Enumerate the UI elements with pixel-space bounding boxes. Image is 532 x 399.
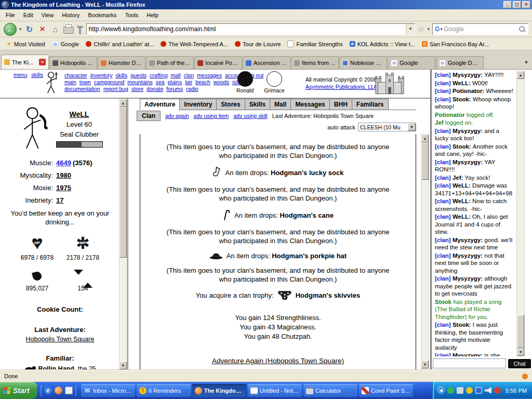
menu-item[interactable]: Help: [142, 10, 163, 20]
bookmark-item[interactable]: Google: [49, 39, 82, 48]
last-adventure-link[interactable]: Hobopolis Town Square: [3, 336, 117, 343]
nav-link[interactable]: quests: [130, 72, 147, 79]
bookmark-item[interactable]: Tour de Louvre: [232, 40, 283, 48]
adventure-again-link[interactable]: Adventure Again (Hobopolis Town Square): [147, 357, 409, 365]
minimize-button[interactable]: _: [503, 1, 512, 8]
maximize-button[interactable]: □: [513, 1, 521, 8]
home-button[interactable]: ⌂: [50, 25, 61, 34]
adv-again-link[interactable]: adv again: [165, 113, 189, 119]
bookmark-item[interactable]: Chillin' and Loathin' at...: [83, 40, 156, 48]
browser-tab[interactable]: The Ki... ✕: [1, 55, 49, 69]
nav-link[interactable]: campground: [94, 79, 124, 86]
chat-input[interactable]: [433, 358, 506, 368]
browser-tab[interactable]: Hobopolis - ... ✕: [49, 56, 97, 69]
menu-item[interactable]: View: [37, 10, 58, 20]
publisher-link[interactable]: Asymmetric Publications, LLC: [305, 84, 378, 90]
bookmark-item[interactable]: The Well-Tempered A...: [158, 40, 231, 48]
game-tab-clan[interactable]: Clan: [137, 111, 161, 121]
skills-link[interactable]: skills: [31, 72, 43, 78]
browser-tab[interactable]: Noblesse O... ✕: [339, 56, 387, 69]
browser-tab[interactable]: Google Docs... ✕: [436, 56, 484, 69]
auto-attack-select[interactable]: CLEESH (10 Mu ▼: [358, 123, 416, 131]
search-icon[interactable]: [519, 26, 526, 33]
nav-link[interactable]: messages: [197, 72, 222, 79]
game-tab[interactable]: Skills: [245, 99, 270, 110]
menu-item[interactable]: Bookmarks: [84, 10, 121, 20]
bookmark-item[interactable]: San Francisco Bay Ar...: [419, 40, 491, 48]
game-tab[interactable]: Familiars: [352, 99, 389, 110]
nav-link[interactable]: clan: [184, 72, 194, 79]
nav-link[interactable]: mall: [171, 72, 181, 79]
bookmark-star-icon[interactable]: ☆: [418, 24, 424, 34]
scrollbar-thumb[interactable]: [517, 315, 524, 348]
scroll-down-icon[interactable]: ▼: [421, 361, 429, 368]
scrollbar-thumb[interactable]: [119, 107, 127, 258]
scroll-down-icon[interactable]: ▼: [517, 348, 524, 356]
back-history-dropdown[interactable]: ▾: [19, 26, 22, 32]
scroll-down-icon[interactable]: ▼: [119, 362, 127, 369]
nav-link[interactable]: store: [131, 86, 143, 92]
nav-link[interactable]: character: [64, 72, 87, 79]
bookmark-item[interactable]: Familiar Strengths: [285, 39, 345, 48]
hide-tray-icons-icon[interactable]: ◀: [437, 387, 445, 394]
internet-explorer-icon[interactable]: e: [44, 387, 52, 394]
browser-tab[interactable]: Items from ... ✕: [291, 56, 339, 69]
url-dropdown-icon[interactable]: ▼: [406, 24, 415, 34]
firefox-quicklaunch-icon[interactable]: [55, 387, 62, 394]
filter-extension-icon[interactable]: [76, 26, 84, 30]
nav-link[interactable]: beach: [195, 79, 210, 86]
nav-link[interactable]: report bug: [103, 86, 128, 92]
taskbar-window-button[interactable]: Untitled - Note...: [248, 384, 302, 397]
close-button[interactable]: ×: [522, 1, 530, 8]
nav-link[interactable]: forums: [166, 86, 183, 92]
scrollbar-track[interactable]: [421, 142, 429, 361]
start-button[interactable]: Start: [0, 382, 37, 399]
menu-item[interactable]: File: [2, 10, 19, 20]
browser-tab[interactable]: Ascension R... ✕: [243, 56, 290, 69]
scroll-up-icon[interactable]: ▲: [517, 71, 524, 79]
menu-item[interactable]: Edit: [19, 10, 37, 20]
game-tab[interactable]: Adventure: [140, 99, 180, 110]
tab-close-icon[interactable]: ✕: [39, 59, 46, 65]
adv-using-item-link[interactable]: adv using item: [194, 113, 229, 119]
taskbar-window-button[interactable]: Corel Paint Sho...: [359, 384, 413, 397]
stop-button[interactable]: ×: [37, 24, 48, 34]
antivirus-icon[interactable]: [447, 387, 454, 394]
bookmark-dropdown-icon[interactable]: ▾: [427, 26, 430, 32]
scrollbar-track[interactable]: [119, 107, 127, 362]
browser-tab[interactable]: Path of the ... ✕: [146, 56, 194, 69]
browser-tab[interactable]: Iocaine Pow... ✕: [194, 56, 242, 69]
show-desktop-icon[interactable]: [65, 387, 73, 394]
scroll-up-icon[interactable]: ▲: [421, 135, 429, 142]
list-all-tabs-icon[interactable]: ▼: [522, 60, 531, 69]
select-dropdown-icon[interactable]: ▼: [408, 123, 416, 131]
back-button[interactable]: ←: [4, 23, 17, 36]
menu-item[interactable]: History: [58, 10, 84, 20]
nav-link[interactable]: lair: [185, 79, 192, 86]
search-engine-icon[interactable]: G: [433, 25, 440, 33]
game-tab[interactable]: Inventory: [179, 99, 217, 110]
bookmark-item[interactable]: KOL Addicts :: View t...: [347, 40, 418, 48]
network-icon[interactable]: [475, 387, 482, 394]
menu-link[interactable]: menu: [14, 72, 27, 78]
nav-link[interactable]: inventory: [90, 72, 113, 79]
nav-link[interactable]: sea: [156, 79, 165, 86]
taskbar-window-button[interactable]: Inbox - Microso...: [81, 384, 135, 397]
taskbar-window-button[interactable]: 6 Reminders: [137, 384, 191, 397]
taskbar-window-button[interactable]: The Kingdom ...: [192, 384, 246, 397]
scrollbar-thumb[interactable]: [421, 142, 429, 180]
nav-link[interactable]: town: [79, 79, 91, 86]
print-icon[interactable]: [63, 26, 74, 34]
update-icon[interactable]: [466, 387, 473, 394]
nav-link[interactable]: documentation: [64, 86, 100, 92]
nav-link[interactable]: main: [64, 79, 76, 86]
reload-button[interactable]: ↻: [24, 24, 35, 34]
extension-status-icon[interactable]: [522, 374, 528, 379]
game-tab[interactable]: Stores: [216, 99, 245, 110]
adv-using-skill-link[interactable]: adv using skill: [233, 113, 267, 119]
taskbar-window-button[interactable]: Calculator: [303, 384, 357, 397]
game-tab[interactable]: Messages: [290, 99, 329, 110]
browser-tab[interactable]: Google ✕: [388, 56, 435, 69]
nav-link[interactable]: plains: [168, 79, 182, 86]
bookmark-item[interactable]: Most Visited: [4, 40, 48, 48]
